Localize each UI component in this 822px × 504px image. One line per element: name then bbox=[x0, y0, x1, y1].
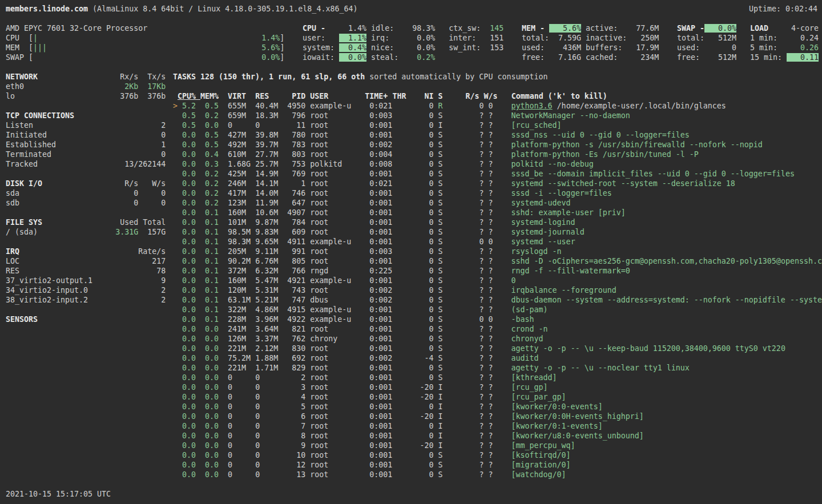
process-args: -D -oCiphers=aes256-gcm@openssh.com,chac… bbox=[530, 257, 822, 265]
io-read: ? bbox=[442, 296, 483, 304]
io-write: ? bbox=[484, 422, 493, 430]
row-cursor bbox=[173, 344, 178, 353]
pid: 11 bbox=[283, 121, 305, 130]
nice: 0 bbox=[397, 373, 433, 382]
text bbox=[251, 131, 255, 139]
process-row: 0.0 0.0 75.2M 1.88M 692 root 0:002 -4 S … bbox=[173, 353, 822, 363]
io-write: ? bbox=[484, 267, 493, 275]
stat-cell: used: bbox=[677, 43, 704, 52]
glances-terminal[interactable]: members.linode.com (AlmaLinux 8.4 64bit … bbox=[0, 0, 822, 504]
process-row: 0.0 0.1 372M 6.32M 766 rngd 0:225 0 S ? … bbox=[173, 266, 822, 276]
mem-percent: 0.0 bbox=[196, 364, 219, 372]
mem-percent: 0.0 bbox=[196, 121, 219, 130]
text bbox=[251, 189, 255, 197]
tcp-title: TCP CONNECTIONS bbox=[6, 111, 74, 120]
network-value1: 2Kb bbox=[97, 82, 138, 91]
network-col2-header: Tx/s bbox=[138, 72, 166, 81]
threads: 1 bbox=[388, 470, 397, 479]
process-command: sssd bbox=[511, 189, 530, 197]
process-command: -bash bbox=[511, 315, 534, 324]
section-network-header: NETWORK Rx/s Tx/s bbox=[6, 72, 166, 82]
mem-percent: 0.0 bbox=[196, 441, 219, 450]
text bbox=[356, 383, 365, 392]
process-panel: TASKS 128 (150 thr), 1 run, 61 slp, 66 o… bbox=[173, 72, 822, 479]
io-read: ? bbox=[442, 422, 483, 430]
process-args: -n bbox=[548, 247, 562, 256]
time: 0:00 bbox=[365, 189, 388, 197]
time: 0:00 bbox=[365, 325, 388, 333]
time: 0:00 bbox=[365, 218, 388, 227]
virt: 0 bbox=[228, 432, 251, 440]
irq-name: 34_virtio2-input.0 bbox=[6, 286, 97, 295]
text bbox=[356, 364, 365, 372]
gap bbox=[42, 179, 97, 188]
header-read-rate: R/s bbox=[466, 92, 480, 100]
process-row: 0.0 0.1 98.5M 9.83M 609 root 0:001 0 S ?… bbox=[173, 227, 822, 237]
io-read: ? bbox=[442, 470, 483, 479]
network-value2: 376b bbox=[138, 92, 166, 100]
pid: 4911 bbox=[283, 237, 305, 246]
time: 0:00 bbox=[365, 170, 388, 178]
virt: 120M bbox=[228, 286, 251, 295]
io-write: ? bbox=[484, 228, 493, 236]
io-write: ? bbox=[484, 383, 493, 392]
virt: 101M bbox=[228, 218, 251, 227]
filesys-col1-header: Used bbox=[97, 218, 138, 227]
io-read: ? bbox=[442, 189, 483, 197]
uptime: Uptime: 0:02:44 bbox=[749, 4, 817, 14]
text bbox=[356, 422, 365, 430]
process-table-header: CPU% MEM% VIRT RES PID USER TIME+ THR NI… bbox=[173, 91, 822, 101]
tasks-summary-counts: TASKS 128 (150 thr), 1 run, 61 slp, 66 o… bbox=[173, 72, 365, 81]
cpu-gauge: CPU [| 1.4%] bbox=[6, 33, 284, 43]
cpu-percent: 0.0 bbox=[178, 315, 196, 324]
user: root bbox=[310, 199, 356, 207]
irq-title: IRQ bbox=[6, 247, 19, 256]
user: example-u bbox=[310, 315, 356, 324]
network-col1-header: Rx/s bbox=[97, 72, 138, 81]
filesys-name: / (sda) bbox=[6, 228, 97, 236]
io-write: ? bbox=[484, 150, 493, 159]
io-write: ? bbox=[484, 276, 493, 285]
threads: 1 bbox=[388, 305, 397, 314]
text bbox=[219, 121, 228, 130]
stat-cell: MEM - bbox=[522, 24, 549, 33]
cpu-percent: 0.0 bbox=[178, 305, 196, 314]
pid: 783 bbox=[283, 140, 305, 149]
mem-stats-row: used: 436M buffers: 17.9M bbox=[522, 43, 659, 53]
threads: 1 bbox=[388, 218, 397, 227]
cpu-percent: 0.0 bbox=[178, 247, 196, 256]
tasks-summary: TASKS 128 (150 thr), 1 run, 61 slp, 66 o… bbox=[173, 72, 822, 82]
process-command: systemd-udevd bbox=[511, 199, 571, 207]
filesys-col2-header: Total bbox=[138, 218, 166, 227]
user: root bbox=[310, 228, 356, 236]
user: root bbox=[310, 422, 356, 430]
sidebar: NETWORK Rx/s Tx/seth0 2Kb 17Kblo 376b 37… bbox=[6, 72, 166, 334]
nice: 0 bbox=[397, 296, 433, 304]
res: 0 bbox=[255, 441, 283, 450]
row-cursor bbox=[173, 160, 178, 168]
time: 0:00 bbox=[365, 150, 388, 159]
io-write: ? bbox=[484, 344, 493, 353]
stat-cell: user: bbox=[303, 34, 339, 42]
io-write: ? bbox=[484, 208, 493, 217]
pid: 5 bbox=[283, 402, 305, 411]
gap bbox=[42, 218, 97, 227]
process-command: 0 bbox=[511, 276, 516, 285]
load-stats-panel: LOAD 4-core1 min: 0.245 min: 0.2615 min:… bbox=[750, 23, 819, 62]
stat-cell: 0.4% bbox=[339, 43, 366, 52]
time: 0:00 bbox=[365, 257, 388, 265]
io-write: ? bbox=[484, 470, 493, 479]
nice: 0 bbox=[397, 170, 433, 178]
io-write: 0 bbox=[484, 315, 493, 324]
cpu-percent: 0.0 bbox=[178, 208, 196, 217]
mem-stats-row: free: 7.16G cached: 234M bbox=[522, 53, 659, 62]
row-cursor bbox=[173, 131, 178, 139]
row-cursor bbox=[173, 150, 178, 159]
mem-percent: 0.1 bbox=[196, 237, 219, 246]
stat-cell: inactive: bbox=[586, 34, 627, 42]
process-args: -o -p -- \u --noclear tty1 linux bbox=[539, 364, 690, 372]
text bbox=[581, 53, 586, 62]
text bbox=[493, 296, 511, 304]
io-write: ? bbox=[484, 189, 493, 197]
threads: 1 bbox=[388, 257, 397, 265]
